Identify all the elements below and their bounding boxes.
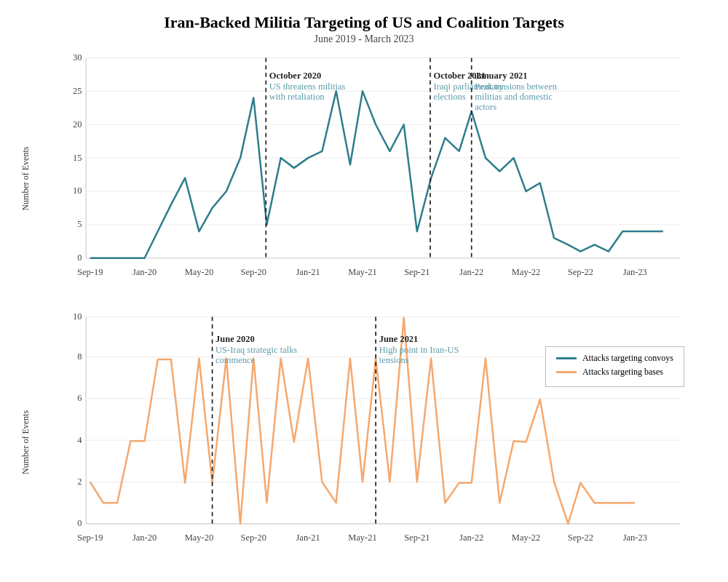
svg-text:0: 0 — [77, 252, 82, 263]
svg-text:Jan-21: Jan-21 — [296, 532, 320, 542]
svg-text:May-22: May-22 — [512, 532, 540, 542]
svg-text:May-22: May-22 — [512, 267, 540, 277]
svg-text:0: 0 — [77, 518, 82, 528]
page-container: Iran-Backed Militia Targeting of US and … — [0, 0, 728, 582]
svg-text:Sep-20: Sep-20 — [241, 267, 266, 277]
bottom-chart-area: 0 2 4 6 8 10 Sep-19 Jan-20 May-20 Sep-20… — [36, 308, 713, 575]
svg-text:Jan-20: Jan-20 — [132, 267, 157, 277]
legend-color-bases — [556, 371, 577, 373]
svg-text:US threatens militias: US threatens militias — [269, 81, 346, 92]
svg-text:tensions: tensions — [379, 354, 409, 364]
charts-wrapper: Number of Events 0 5 — [15, 49, 713, 575]
legend-label-convoys: Attacks targeting convoys — [582, 353, 673, 364]
svg-text:Jan-23: Jan-23 — [623, 532, 647, 542]
svg-text:May-20: May-20 — [185, 267, 213, 277]
bottom-chart-container: Number of Events 0 2 4 6 — [15, 308, 713, 575]
svg-text:commence: commence — [215, 354, 255, 364]
svg-text:20: 20 — [73, 119, 82, 129]
svg-text:Sep-19: Sep-19 — [77, 267, 103, 277]
svg-text:actors: actors — [475, 102, 496, 112]
svg-text:Jan-23: Jan-23 — [623, 267, 647, 277]
subtitle: June 2019 - March 2023 — [15, 33, 713, 45]
svg-text:Sep-22: Sep-22 — [568, 532, 593, 542]
main-title: Iran-Backed Militia Targeting of US and … — [15, 13, 713, 32]
svg-text:30: 30 — [73, 52, 82, 63]
bottom-y-axis-label: Number of Events — [15, 308, 36, 575]
legend-item-convoys: Attacks targeting convoys — [556, 353, 673, 364]
svg-text:June 2021: June 2021 — [379, 333, 419, 343]
svg-text:May-20: May-20 — [185, 532, 213, 542]
svg-text:10: 10 — [73, 311, 82, 321]
svg-text:Sep-21: Sep-21 — [404, 532, 430, 542]
svg-text:May-21: May-21 — [348, 532, 376, 542]
svg-text:Jan-20: Jan-20 — [132, 532, 157, 542]
svg-text:6: 6 — [77, 393, 82, 403]
svg-text:May-21: May-21 — [348, 267, 376, 277]
svg-text:militias and domestic: militias and domestic — [475, 92, 553, 102]
svg-text:Jan-22: Jan-22 — [459, 267, 483, 277]
legend-color-convoys — [556, 357, 577, 359]
top-chart-container: Number of Events 0 5 — [15, 49, 713, 308]
svg-text:8: 8 — [77, 351, 82, 361]
svg-text:15: 15 — [73, 152, 82, 162]
top-y-axis-label: Number of Events — [15, 49, 36, 308]
svg-text:elections: elections — [434, 92, 466, 102]
svg-text:US-Iraq strategic talks: US-Iraq strategic talks — [215, 344, 297, 354]
top-chart-area: 0 5 10 15 20 25 30 Sep-19 Jan-20 May-20 … — [36, 49, 713, 308]
svg-text:Sep-20: Sep-20 — [241, 532, 266, 542]
svg-text:High point in Iran-US: High point in Iran-US — [379, 344, 459, 354]
svg-text:October 2020: October 2020 — [269, 71, 321, 81]
svg-text:Sep-22: Sep-22 — [568, 267, 593, 277]
svg-text:4: 4 — [77, 434, 82, 445]
svg-text:2: 2 — [77, 476, 82, 486]
svg-text:January 2021: January 2021 — [475, 71, 527, 81]
svg-text:Jan-21: Jan-21 — [296, 267, 320, 277]
svg-text:Sep-21: Sep-21 — [404, 267, 430, 277]
svg-text:10: 10 — [73, 186, 82, 196]
legend: Attacks targeting convoys Attacks target… — [545, 346, 684, 387]
svg-text:June 2020: June 2020 — [215, 333, 255, 343]
svg-text:5: 5 — [77, 219, 82, 229]
svg-text:Peak tensions between: Peak tensions between — [475, 81, 558, 92]
svg-text:25: 25 — [73, 86, 82, 96]
svg-text:with retaliation: with retaliation — [269, 92, 325, 102]
legend-label-bases: Attacks targeting bases — [582, 367, 663, 378]
svg-text:Sep-19: Sep-19 — [77, 532, 103, 542]
legend-item-bases: Attacks targeting bases — [556, 367, 673, 378]
svg-text:Jan-22: Jan-22 — [459, 532, 483, 542]
